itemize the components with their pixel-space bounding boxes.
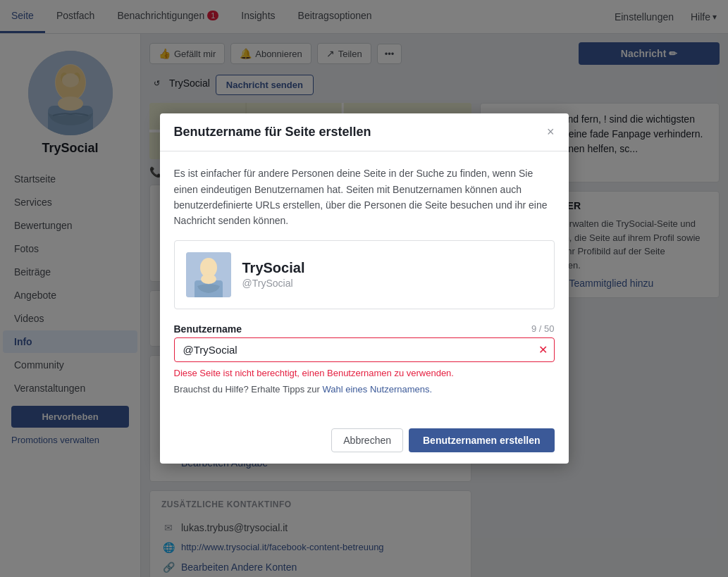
svg-point-17	[201, 274, 216, 284]
modal-footer: Abbrechen Benutzernamen erstellen	[160, 420, 569, 464]
cancel-button[interactable]: Abbrechen	[331, 428, 403, 452]
modal-page-name: TrySocial	[242, 260, 305, 276]
benutzername-input[interactable]	[174, 337, 555, 362]
modal-help-text: Brauchst du Hilfe? Erhalte Tipps zur Wah…	[174, 384, 555, 395]
modal-page-handle: @TrySocial	[242, 278, 305, 289]
submit-button[interactable]: Benutzernamen erstellen	[409, 428, 555, 452]
modal-avatar	[186, 252, 231, 297]
help-link[interactable]: Wahl eines Nutzernamens.	[323, 384, 433, 395]
modal-error-text: Diese Seite ist nicht berechtigt, einen …	[174, 368, 555, 378]
help-text-prefix: Brauchst du Hilfe? Erhalte Tipps zur	[174, 384, 323, 395]
modal-input-wrap: ✕	[174, 337, 555, 362]
modal-profile-preview: TrySocial @TrySocial	[174, 240, 555, 309]
modal-title: Benutzername für Seite erstellen	[174, 125, 371, 139]
modal-overlay: Benutzername für Seite erstellen × Es is…	[0, 0, 728, 577]
input-clear-button[interactable]: ✕	[538, 343, 548, 356]
modal-header: Benutzername für Seite erstellen ×	[160, 113, 569, 151]
modal-profile-info: TrySocial @TrySocial	[242, 260, 305, 289]
benutzername-modal: Benutzername für Seite erstellen × Es is…	[160, 113, 569, 464]
modal-field-label: Benutzername 9 / 50	[174, 323, 555, 335]
modal-description: Es ist einfacher für andere Personen dei…	[174, 166, 555, 229]
field-count: 9 / 50	[531, 323, 555, 334]
modal-close-button[interactable]: ×	[547, 125, 555, 139]
field-label-text: Benutzername	[174, 323, 242, 335]
modal-body: Es ist einfacher für andere Personen dei…	[160, 151, 569, 420]
